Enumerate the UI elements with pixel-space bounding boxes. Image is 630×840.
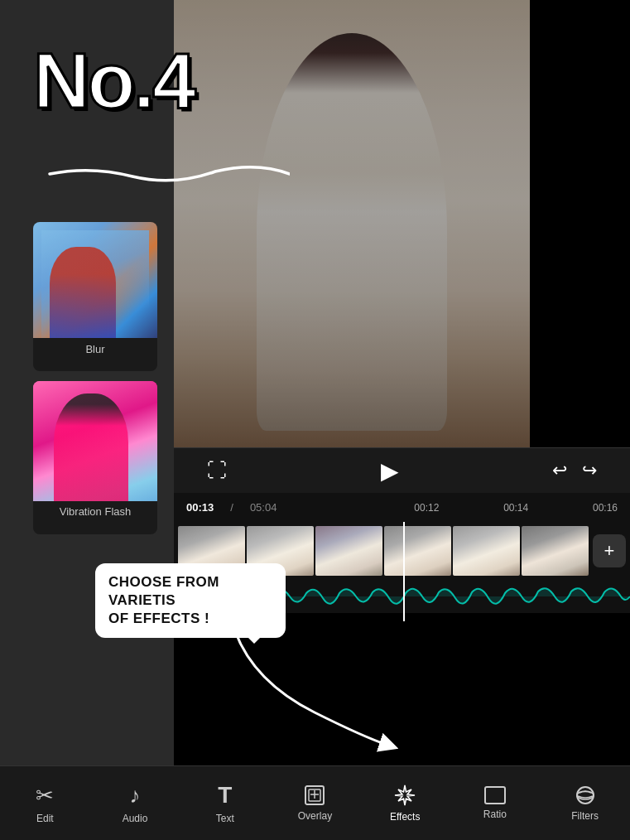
toolbar-edit[interactable]: ✂ Edit	[16, 783, 74, 824]
effects-icon	[393, 784, 416, 807]
edit-label: Edit	[36, 813, 54, 824]
video-dark-overlay	[174, 0, 530, 447]
time-marker-2: 00:14	[503, 502, 528, 514]
time-separator: /	[230, 501, 233, 514]
card-vibration-thumbnail	[33, 381, 157, 501]
effects-label: Effects	[390, 811, 420, 823]
text-icon: T	[218, 782, 232, 809]
underline-decoration	[25, 162, 290, 186]
strip-frame	[522, 526, 589, 576]
card-vibration-flash[interactable]: Vibration Flash	[33, 381, 157, 534]
svg-rect-2	[485, 787, 505, 804]
toolbar-filters[interactable]: Filters	[556, 784, 614, 822]
strip-frame	[453, 526, 520, 576]
redo-icon[interactable]: ↪	[582, 460, 597, 481]
svg-point-3	[577, 787, 594, 804]
filters-label: Filters	[571, 810, 599, 822]
annotation-text: CHOOSE FROM VARIETISOF EFFECTS !	[108, 573, 272, 628]
expand-icon[interactable]: ⛶	[207, 459, 227, 482]
undo-icon[interactable]: ↩	[552, 460, 567, 481]
music-icon: ♪	[130, 783, 141, 809]
toolbar-overlay[interactable]: Overlay	[286, 784, 344, 822]
annotation-bubble: CHOOSE FROM VARIETISOF EFFECTS !	[95, 563, 286, 638]
filters-icon	[575, 784, 596, 806]
toolbar-audio[interactable]: ♪ Audio	[106, 783, 164, 824]
strip-frame	[315, 526, 382, 576]
scissors-icon: ✂	[36, 783, 54, 809]
card-vibration-label: Vibration Flash	[33, 501, 157, 522]
add-clip-button[interactable]: +	[593, 534, 626, 567]
text-label: Text	[216, 813, 234, 824]
overlay-icon	[304, 784, 325, 806]
controls-bar: ⛶ ▶ ↩ ↪	[174, 447, 630, 493]
audio-label: Audio	[123, 813, 148, 824]
time-marker-1: 00:12	[414, 502, 439, 514]
card-blur-thumbnail	[33, 222, 157, 338]
ratio-icon	[484, 786, 506, 804]
bottom-toolbar: ✂ Edit ♪ Audio T Text Overlay Effects	[0, 765, 630, 840]
overlay-label: Overlay	[298, 810, 332, 822]
strip-frame	[384, 526, 451, 576]
title-heading: No.4	[33, 41, 194, 120]
current-time: 00:13	[186, 501, 214, 514]
ratio-label: Ratio	[483, 809, 507, 820]
timeline-bar: 00:13 / 05:04 00:12 00:14 00:16	[174, 493, 630, 522]
playhead	[403, 522, 405, 621]
time-marker-3: 00:16	[593, 502, 618, 514]
card-blur-label: Blur	[33, 338, 157, 360]
video-frame	[174, 0, 530, 447]
play-button[interactable]: ▶	[381, 457, 399, 485]
toolbar-effects[interactable]: Effects	[376, 784, 434, 823]
title-text: No.4	[33, 36, 194, 124]
card-blur[interactable]: Blur	[33, 222, 157, 371]
toolbar-ratio[interactable]: Ratio	[466, 786, 524, 820]
video-preview	[174, 0, 530, 447]
total-time: 05:04	[250, 501, 277, 514]
toolbar-text[interactable]: T Text	[196, 782, 254, 824]
